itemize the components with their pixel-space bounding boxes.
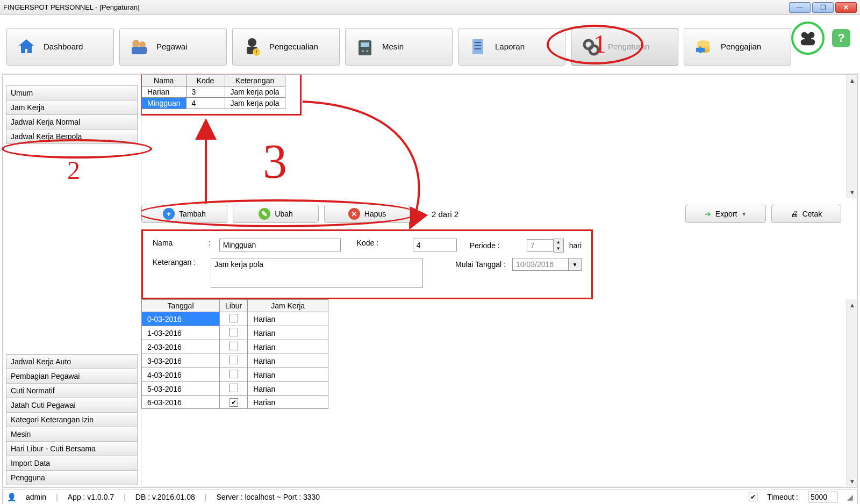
timeout-input[interactable]	[808, 492, 837, 502]
tab-label: Pengaturan	[608, 42, 650, 51]
cell-libur[interactable]	[220, 382, 248, 396]
pola-row[interactable]: Harian 3 Jam kerja pola	[142, 87, 285, 98]
users-icon[interactable]	[791, 21, 825, 55]
sidebar-item-pengguna[interactable]: Pengguna	[6, 471, 138, 485]
tab-label: Pegawai	[156, 42, 188, 51]
schedule-row[interactable]: 3-03-2016Harian	[142, 354, 328, 368]
status-user: admin	[26, 493, 46, 501]
sidebar-item-jadwal-normal[interactable]: Jadwal Kerja Normal	[6, 115, 138, 129]
cell-tanggal: 1-03-2016	[142, 326, 220, 340]
spin-up[interactable]: ▲	[554, 239, 563, 246]
svg-rect-23	[801, 39, 815, 45]
tab-pengecualian[interactable]: ! Pengecualian	[232, 28, 340, 66]
sidebar: Umum Jam Kerja Jadwal Kerja Normal Jadwa…	[3, 75, 141, 487]
schedule-row[interactable]: 6-03-2016✔Harian	[142, 396, 328, 409]
mulai-datepicker[interactable]: ▼	[512, 258, 582, 271]
tab-pengaturan[interactable]: Pengaturan	[571, 28, 678, 66]
sidebar-item-jadwal-berpola[interactable]: Jadwal Kerja Berpola	[6, 129, 138, 144]
tab-penggajian[interactable]: Penggajian	[684, 28, 791, 66]
sidebar-item-kategori-izin[interactable]: Kategori Keterangan Izin	[6, 413, 138, 427]
hapus-button[interactable]: ✕ Hapus	[324, 205, 410, 223]
scroll-up-icon[interactable]: ▲	[849, 77, 856, 84]
cell-jam-kerja: Harian	[248, 396, 328, 409]
scrollbar-top[interactable]: ▲ ▼	[847, 75, 857, 198]
schedule-row[interactable]: 0-03-2016Harian	[142, 312, 328, 326]
svg-point-16	[590, 46, 598, 54]
schedule-table[interactable]: Tanggal Libur Jam Kerja 0-03-2016Harian1…	[141, 299, 328, 409]
sidebar-item-jam-kerja[interactable]: Jam Kerja	[6, 100, 138, 115]
minimize-button[interactable]: —	[789, 2, 811, 13]
pola-table[interactable]: Nama Kode Keterangan Harian 3 Jam kerja …	[141, 75, 285, 109]
spin-down[interactable]: ▼	[554, 246, 563, 252]
cell-libur[interactable]: ✔	[220, 396, 248, 409]
resize-grip-icon[interactable]: ◢	[847, 493, 853, 501]
schedule-row[interactable]: 5-03-2016Harian	[142, 382, 328, 396]
user-icon: 👤	[7, 493, 16, 501]
content: Nama Kode Keterangan Harian 3 Jam kerja …	[141, 75, 857, 487]
scroll-down-icon[interactable]: ▼	[849, 189, 856, 196]
export-button[interactable]: ➜ Export ▼	[685, 205, 766, 223]
col-libur: Libur	[220, 300, 248, 312]
tambah-button[interactable]: + Tambah	[141, 205, 227, 223]
svg-point-3	[248, 38, 256, 47]
timeout-checkbox[interactable]: ✔	[749, 493, 757, 501]
svg-text:!: !	[256, 49, 257, 55]
exception-icon: !	[241, 36, 263, 57]
device-icon	[354, 36, 376, 57]
cetak-button[interactable]: 🖨 Cetak	[771, 205, 841, 223]
status-db: DB : v.2016.01.08	[135, 493, 195, 501]
ubah-button[interactable]: ✎ Ubah	[233, 205, 319, 223]
sidebar-item-jadwal-auto[interactable]: Jadwal Kerja Auto	[6, 354, 138, 369]
close-button[interactable]: ✕	[835, 2, 857, 13]
svg-rect-8	[361, 42, 369, 47]
mulai-label: Mulai Tanggal :	[455, 260, 507, 269]
tab-mesin[interactable]: Mesin	[345, 28, 453, 66]
button-label: Hapus	[364, 210, 386, 218]
help-icon[interactable]: ?	[832, 29, 850, 47]
tab-pegawai[interactable]: Pegawai	[119, 28, 227, 66]
tab-laporan[interactable]: Laporan	[458, 28, 565, 66]
delete-icon: ✕	[348, 208, 360, 220]
periode-input[interactable]	[527, 239, 554, 252]
maximize-button[interactable]: ❐	[812, 2, 834, 13]
col-tanggal: Tanggal	[142, 300, 220, 312]
tab-dashboard[interactable]: Dashboard	[6, 28, 114, 66]
schedule-row[interactable]: 4-03-2016Harian	[142, 368, 328, 382]
cell-libur[interactable]	[220, 326, 248, 340]
titlebar: FINGERSPOT PERSONNEL - [Pengaturan] — ❐ …	[0, 0, 860, 15]
sidebar-item-cuti-normatif[interactable]: Cuti Normatif	[6, 384, 138, 398]
cell-libur[interactable]	[220, 312, 248, 326]
gear-icon	[580, 36, 601, 57]
employees-icon	[128, 36, 150, 57]
sidebar-item-mesin[interactable]: Mesin	[6, 427, 138, 442]
scroll-down-icon[interactable]: ▼	[849, 478, 856, 485]
cell-tanggal: 3-03-2016	[142, 354, 220, 368]
keterangan-input[interactable]	[211, 258, 423, 288]
nama-input[interactable]	[219, 239, 341, 251]
sidebar-item-import-data[interactable]: Import Data	[6, 456, 138, 471]
svg-point-19	[697, 40, 710, 47]
sidebar-item-pembagian[interactable]: Pembagian Pegawai	[6, 369, 138, 384]
sidebar-item-umum[interactable]: Umum	[6, 85, 138, 100]
periode-spinner[interactable]: ▲▼	[527, 239, 564, 253]
cell-jam-kerja: Harian	[248, 340, 328, 354]
mulai-input[interactable]	[512, 258, 569, 271]
cell-tanggal: 4-03-2016	[142, 368, 220, 382]
chevron-down-icon[interactable]: ▼	[569, 258, 582, 271]
pola-row[interactable]: Mingguan 4 Jam kerja pola	[142, 98, 285, 109]
schedule-row[interactable]: 1-03-2016Harian	[142, 326, 328, 340]
tab-label: Penggajian	[721, 42, 761, 51]
button-label: Cetak	[802, 210, 822, 218]
cell-libur[interactable]	[220, 340, 248, 354]
sidebar-item-hari-libur[interactable]: Hari Libur - Cuti Bersama	[6, 442, 138, 456]
cell-libur[interactable]	[220, 354, 248, 368]
scrollbar-bottom[interactable]: ▲ ▼	[847, 299, 857, 487]
cell-jam-kerja: Harian	[248, 354, 328, 368]
cell-jam-kerja: Harian	[248, 382, 328, 396]
cell-libur[interactable]	[220, 368, 248, 382]
sidebar-item-jatah-cuti[interactable]: Jatah Cuti Pegawai	[6, 398, 138, 413]
schedule-row[interactable]: 2-03-2016Harian	[142, 340, 328, 354]
kode-input[interactable]	[413, 239, 457, 251]
svg-point-9	[362, 50, 364, 52]
scroll-up-icon[interactable]: ▲	[849, 301, 856, 309]
